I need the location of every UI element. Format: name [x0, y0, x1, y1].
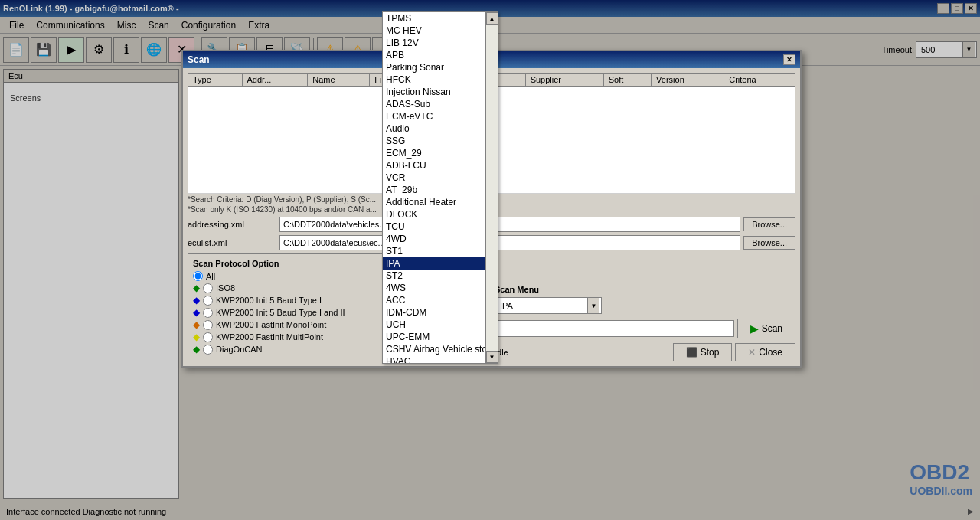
scroll-up-button[interactable]: ▲ [486, 12, 498, 25]
dropdown-item[interactable]: SSG [383, 135, 485, 147]
dropdown-popup[interactable]: TPMSMC HEVLIB 12VAPBParking SonarHFCKInj… [382, 11, 498, 364]
dropdown-item[interactable]: ECM-eVTC [383, 110, 485, 123]
dropdown-item[interactable]: VCR [383, 172, 485, 184]
scroll-down-button[interactable]: ▼ [486, 351, 498, 363]
dropdown-item[interactable]: Additional Heater [383, 196, 485, 208]
dropdown-item[interactable]: TCU [383, 221, 485, 233]
status-idle-text: Idle [495, 348, 670, 357]
stop-icon: ⬛ [686, 347, 697, 358]
protocol-can-radio[interactable] [203, 345, 213, 355]
dropdown-list: TPMSMC HEVLIB 12VAPBParking SonarHFCKInj… [383, 12, 485, 364]
dropdown-item[interactable]: ST1 [383, 245, 485, 257]
scroll-track[interactable] [486, 25, 498, 351]
dropdown-item[interactable]: ACC [383, 294, 485, 306]
dropdown-item[interactable]: 4WS [383, 282, 485, 294]
protocol-all-radio[interactable] [193, 271, 203, 281]
close-x-icon: ✕ [748, 347, 756, 358]
addressing-label: addressing.xml [188, 220, 279, 229]
scan-progress-input[interactable] [495, 320, 734, 337]
close-button-label: Close [759, 347, 782, 358]
stop-button-label: Stop [701, 347, 720, 358]
protocol-select-arrow-icon: ▼ [587, 298, 599, 313]
protocol-select-value: IPA [497, 301, 516, 310]
dropdown-item[interactable]: DLOCK [383, 208, 485, 221]
dropdown-item[interactable]: UPC-EMM [383, 331, 485, 343]
dropdown-item[interactable]: IDM-CDM [383, 306, 485, 319]
col-addr: Addr... [242, 74, 308, 87]
dropdown-item[interactable]: TPMS [383, 12, 485, 25]
scan-right-section: Scan Menu IPA ▼ ▶ Scan [495, 253, 795, 361]
dropdown-item[interactable]: HFCK [383, 74, 485, 86]
col-criteria: Criteria [724, 74, 795, 87]
protocol-iso8-radio[interactable] [203, 283, 213, 293]
protocol-kwp2-label: KWP2000 Init 5 Baud Type I and II [216, 308, 345, 317]
dropdown-item[interactable]: AT_29b [383, 184, 485, 196]
protocol-iso8-label: ISO8 [216, 283, 235, 293]
dropdown-item[interactable]: ECM_29 [383, 147, 485, 159]
addressing-input[interactable] [279, 217, 740, 232]
protocol-can-label: DiagOnCAN [216, 345, 263, 354]
dropdown-item[interactable]: ADB-LCU [383, 159, 485, 172]
kwp1-dot-icon: ◆ [193, 295, 200, 306]
scan-button-label: Scan [762, 323, 782, 334]
col-version: Version [652, 74, 724, 87]
protocol-kwp2-radio[interactable] [203, 308, 213, 318]
kwp3-dot-icon: ◆ [193, 319, 200, 330]
kwp4-dot-icon: ◆ [193, 332, 200, 342]
dropdown-item[interactable]: HVAC [383, 355, 485, 364]
protocol-all-label: All [206, 272, 215, 281]
eculist-label: eculist.xml [188, 238, 279, 247]
dropdown-item[interactable]: APB [383, 49, 485, 61]
dropdown-item[interactable]: Audio [383, 123, 485, 135]
col-soft: Soft [603, 74, 651, 87]
protocol-kwp3-label: KWP2000 FastInit MonoPoint [216, 320, 326, 329]
dropdown-item[interactable]: UCH [383, 319, 485, 331]
dropdown-item[interactable]: LIB 12V [383, 37, 485, 49]
protocol-kwp4-label: KWP2000 FastInit MultiPoint [216, 332, 323, 342]
eculist-browse-button[interactable]: Browse... [743, 236, 795, 250]
eculist-input[interactable] [279, 235, 740, 250]
protocol-kwp3-radio[interactable] [203, 320, 213, 330]
iso8-dot-icon: ◆ [193, 283, 200, 293]
dropdown-item[interactable]: ST2 [383, 270, 485, 282]
dropdown-item[interactable]: CSHV Airbag Vehicle sto [383, 343, 485, 355]
scan-menu-label: Scan Menu [495, 285, 795, 294]
protocol-kwp4-radio[interactable] [203, 332, 213, 342]
scan-play-icon: ▶ [750, 322, 759, 335]
dropdown-scrollbar: ▲ ▼ [485, 12, 498, 363]
dialog-close-button[interactable]: ✕ [783, 54, 795, 65]
scan-button[interactable]: ▶ Scan [737, 319, 795, 338]
dropdown-item[interactable]: IPA [383, 257, 485, 270]
dropdown-item[interactable]: MC HEV [383, 25, 485, 37]
dropdown-item[interactable]: 4WD [383, 233, 485, 245]
dropdown-item[interactable]: Injection Nissan [383, 86, 485, 98]
protocol-kwp1-radio[interactable] [203, 296, 213, 306]
can-dot-icon: ◆ [193, 344, 200, 355]
protocol-select[interactable]: IPA ▼ [495, 297, 602, 314]
dropdown-item[interactable]: Parking Sonar [383, 61, 485, 74]
dialog-title: Scan [188, 54, 210, 65]
col-supplier: Supplier [525, 74, 603, 87]
col-name: Name [308, 74, 370, 87]
dropdown-item[interactable]: ADAS-Sub [383, 98, 485, 110]
close-dialog-button[interactable]: ✕ Close [735, 343, 795, 361]
stop-button[interactable]: ⬛ Stop [673, 343, 733, 361]
col-type: Type [188, 74, 243, 87]
scan-menu-section: Scan Menu IPA ▼ ▶ Scan [495, 285, 795, 361]
addressing-browse-button[interactable]: Browse... [743, 217, 795, 231]
protocol-kwp1-label: KWP2000 Init 5 Baud Type I [216, 296, 322, 305]
kwp2-dot-icon: ◆ [193, 307, 200, 318]
